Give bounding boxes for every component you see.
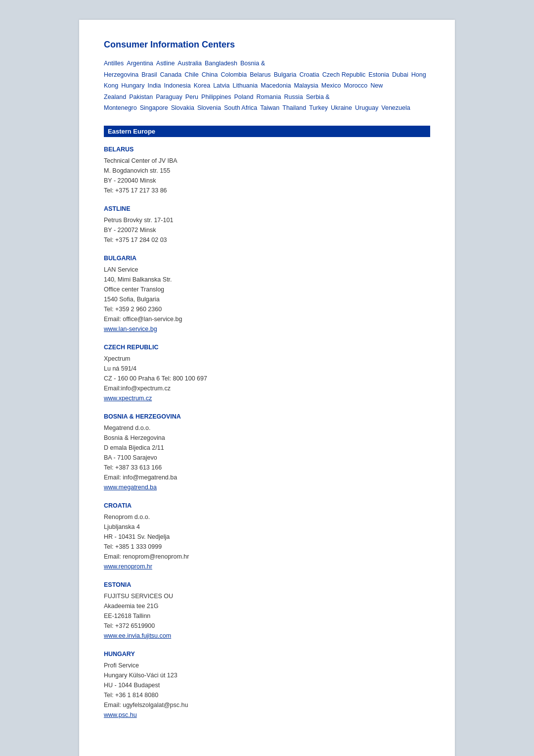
nav-link-antilles[interactable]: Antilles [104, 60, 124, 67]
country-block-hungary: HUNGARYProfi ServiceHungary Külso-Váci ú… [104, 651, 430, 720]
country-block-croatia: CROATIARenoprom d.o.o.Ljubljanska 4HR - … [104, 502, 430, 571]
nav-link-morocco[interactable]: Morocco [344, 82, 367, 89]
country-block-bosnia-herzegovina: BOSNIA & HERZEGOVINAMegatrend d.o.o.Bosn… [104, 413, 430, 492]
nav-link-turkey[interactable]: Turkey [309, 104, 328, 111]
nav-link-estonia[interactable]: Estonia [368, 71, 389, 78]
nav-link-bulgaria[interactable]: Bulgaria [274, 71, 297, 78]
country-block-astline: ASTLINEPetrus Brovky str. 17-101BY - 220… [104, 205, 430, 245]
nav-link-russia[interactable]: Russia [284, 94, 303, 100]
nav-link-singapore[interactable]: Singapore [140, 104, 168, 111]
nav-link-romania[interactable]: Romania [256, 94, 281, 100]
country-link-bulgaria[interactable]: www.lan-service.bg [104, 326, 157, 332]
nav-link-malaysia[interactable]: Malaysia [294, 82, 318, 89]
nav-link-thailand[interactable]: Thailand [282, 104, 306, 111]
countries-container: BELARUSTechnical Center of JV IBAM. Bogd… [104, 146, 430, 720]
nav-link-philippines[interactable]: Philippines [201, 94, 231, 100]
country-title-astline: ASTLINE [104, 205, 430, 212]
section-header: Eastern Europe [104, 126, 430, 137]
nav-link-taiwan[interactable]: Taiwan [260, 104, 279, 111]
country-title-croatia: CROATIA [104, 502, 430, 509]
country-title-estonia: ESTONIA [104, 581, 430, 588]
page-container: Consumer Information Centers AntillesArg… [79, 20, 455, 756]
nav-link-australia[interactable]: Australia [178, 60, 202, 67]
nav-link-indonesia[interactable]: Indonesia [164, 82, 191, 89]
nav-link-korea[interactable]: Korea [194, 82, 210, 89]
country-link-czech-republic[interactable]: www.xpectrum.cz [104, 395, 152, 402]
nav-link-slovenia[interactable]: Slovenia [197, 104, 221, 111]
nav-link-south-africa[interactable]: South Africa [224, 104, 257, 111]
nav-link-brasil[interactable]: Brasil [141, 71, 157, 78]
nav-link-dubai[interactable]: Dubai [392, 71, 408, 78]
nav-link-uruguay[interactable]: Uruguay [355, 104, 378, 111]
country-link-estonia[interactable]: www.ee.invia.fujitsu.com [104, 632, 171, 639]
nav-link-slovakia[interactable]: Slovakia [171, 104, 194, 111]
nav-link-argentina[interactable]: Argentina [127, 60, 153, 67]
nav-link-latvia[interactable]: Latvia [213, 82, 229, 89]
country-title-bosnia-herzegovina: BOSNIA & HERZEGOVINA [104, 413, 430, 420]
country-block-czech-republic: CZECH REPUBLICXpectrumLu ná 591/4CZ - 16… [104, 344, 430, 403]
nav-link-astline[interactable]: Astline [156, 60, 175, 67]
nav-link-poland[interactable]: Poland [234, 94, 254, 100]
country-info-hungary: Profi ServiceHungary Külso-Váci út 123HU… [104, 661, 430, 720]
country-title-belarus: BELARUS [104, 146, 430, 153]
country-info-bulgaria: LAN Service140, Mimi Balkanska Str.Offic… [104, 265, 430, 334]
country-block-estonia: ESTONIAFUJITSU SERVICES OUAkadeemia tee … [104, 581, 430, 641]
country-info-estonia: FUJITSU SERVICES OUAkadeemia tee 21GEE-1… [104, 591, 430, 641]
country-title-hungary: HUNGARY [104, 651, 430, 658]
country-info-czech-republic: XpectrumLu ná 591/4CZ - 160 00 Praha 6 T… [104, 354, 430, 403]
nav-link-macedonia[interactable]: Macedonia [261, 82, 291, 89]
country-title-czech-republic: CZECH REPUBLIC [104, 344, 430, 351]
nav-link-canada[interactable]: Canada [160, 71, 181, 78]
nav-link-pakistan[interactable]: Pakistan [129, 94, 153, 100]
nav-link-colombia[interactable]: Colombia [221, 71, 247, 78]
nav-link-ukraine[interactable]: Ukraine [331, 104, 352, 111]
nav-link-lithuania[interactable]: Lithuania [233, 82, 258, 89]
nav-link-bangladesh[interactable]: Bangladesh [205, 60, 237, 67]
nav-link-czech-republic[interactable]: Czech Republic [322, 71, 366, 78]
page-title: Consumer Information Centers [104, 40, 430, 50]
nav-link-venezuela[interactable]: Venezuela [381, 104, 410, 111]
country-info-belarus: Technical Center of JV IBAM. Bogdanovich… [104, 156, 430, 195]
country-info-croatia: Renoprom d.o.o.Ljubljanska 4HR - 10431 S… [104, 512, 430, 571]
nav-link-hungary[interactable]: Hungary [121, 82, 144, 89]
country-block-bulgaria: BULGARIALAN Service140, Mimi Balkanska S… [104, 255, 430, 334]
nav-link-india[interactable]: India [147, 82, 161, 89]
nav-link-croatia[interactable]: Croatia [300, 71, 319, 78]
country-title-bulgaria: BULGARIA [104, 255, 430, 262]
nav-link-china[interactable]: China [202, 71, 218, 78]
country-link-bosnia-herzegovina[interactable]: www.megatrend.ba [104, 484, 157, 491]
country-link-hungary[interactable]: www.psc.hu [104, 711, 137, 718]
country-block-belarus: BELARUSTechnical Center of JV IBAM. Bogd… [104, 146, 430, 195]
nav-links-container: AntillesArgentinaAstlineAustraliaBanglad… [104, 58, 430, 114]
country-link-croatia[interactable]: www.renoprom.hr [104, 563, 152, 570]
nav-link-paraguay[interactable]: Paraguay [156, 94, 182, 100]
nav-link-mexico[interactable]: Mexico [321, 82, 341, 89]
country-info-astline: Petrus Brovky str. 17-101BY - 220072 Min… [104, 215, 430, 245]
nav-link-chile[interactable]: Chile [184, 71, 199, 78]
nav-link-belarus[interactable]: Belarus [250, 71, 270, 78]
nav-link-peru[interactable]: Peru [185, 94, 198, 100]
country-info-bosnia-herzegovina: Megatrend d.o.o.Bosnia & HerzegovinaD em… [104, 423, 430, 492]
